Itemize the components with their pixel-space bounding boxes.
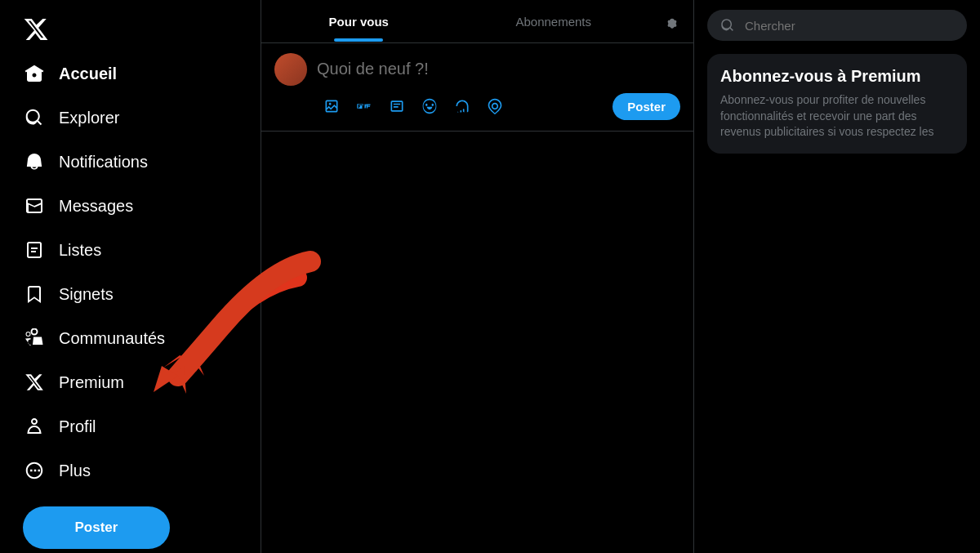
- compose-area: Poster: [261, 43, 693, 132]
- sidebar-item-listes[interactable]: Listes: [13, 229, 247, 271]
- bell-icon: [23, 150, 46, 173]
- compose-poll-button[interactable]: [382, 91, 412, 121]
- compose-post-button[interactable]: Poster: [612, 93, 680, 120]
- sidebar-item-signets[interactable]: Signets: [13, 273, 247, 315]
- tab-settings-button[interactable]: [651, 0, 693, 42]
- sidebar-item-profil[interactable]: Profil: [13, 405, 247, 448]
- search-input[interactable]: [745, 19, 954, 33]
- compose-toolbar: Poster: [317, 91, 680, 121]
- location-icon: [487, 98, 503, 114]
- more-circle-icon: [23, 459, 46, 482]
- compose-input[interactable]: [317, 53, 680, 85]
- search-bar[interactable]: [707, 10, 967, 41]
- tab-pour-vous[interactable]: Pour vous: [261, 2, 457, 42]
- bookmark-icon: [23, 283, 46, 305]
- sidebar-item-label-messages: Messages: [59, 197, 133, 216]
- media-icon: [454, 98, 470, 114]
- sidebar-item-premium[interactable]: Premium: [13, 361, 247, 404]
- main-content: Pour vous Abonnements: [261, 0, 694, 553]
- premium-x-icon: [23, 371, 46, 394]
- tabs-header: Pour vous Abonnements: [261, 0, 693, 43]
- gif-icon: [356, 98, 372, 114]
- sidebar-item-label-plus: Plus: [59, 462, 91, 480]
- sidebar-item-notifications[interactable]: Notifications: [13, 140, 247, 183]
- premium-card-title: Abonnez-vous à Premium: [720, 67, 954, 86]
- sidebar-item-messages[interactable]: Messages: [13, 185, 247, 227]
- image-icon: [323, 98, 340, 114]
- sidebar-item-plus[interactable]: Plus: [13, 449, 247, 492]
- sidebar-item-label-accueil: Accueil: [59, 65, 117, 83]
- premium-card: Abonnez-vous à Premium Abonnez-vous pour…: [707, 54, 967, 154]
- premium-card-description: Abonnez-vous pour profiter de nouvelles …: [720, 92, 954, 140]
- sidebar-item-label-signets: Signets: [59, 285, 114, 304]
- compose-right: Poster: [317, 53, 680, 121]
- sidebar: Accueil Explorer Notifications Messages …: [0, 0, 261, 553]
- tab-abonnements[interactable]: Abonnements: [457, 2, 652, 42]
- sidebar-item-accueil[interactable]: Accueil: [13, 52, 247, 95]
- mail-icon: [23, 194, 46, 217]
- compose-emoji-button[interactable]: [415, 91, 444, 121]
- compose-avatar: [274, 53, 307, 86]
- search-bar-icon: [720, 18, 735, 33]
- sidebar-item-explorer[interactable]: Explorer: [13, 96, 247, 139]
- emoji-icon: [421, 98, 438, 114]
- poll-icon: [389, 98, 405, 114]
- communities-icon: [23, 327, 46, 350]
- x-logo-icon: [23, 16, 49, 42]
- user-icon: [23, 415, 46, 438]
- compose-location-button[interactable]: [480, 91, 510, 121]
- poster-button[interactable]: Poster: [23, 506, 170, 549]
- sidebar-item-label-listes: Listes: [59, 241, 101, 260]
- sidebar-item-communautes[interactable]: Communautés: [13, 317, 247, 359]
- compose-media-button[interactable]: [448, 91, 477, 121]
- sidebar-item-label-notifications: Notifications: [59, 153, 148, 172]
- compose-image-button[interactable]: [317, 91, 346, 121]
- sidebar-item-label-premium: Premium: [59, 373, 124, 392]
- logo[interactable]: [13, 7, 247, 49]
- compose-gif-button[interactable]: [350, 91, 379, 121]
- sidebar-item-label-profil: Profil: [59, 417, 96, 436]
- sidebar-item-label-explorer: Explorer: [59, 109, 119, 127]
- search-icon: [23, 106, 46, 129]
- list-icon: [23, 239, 46, 261]
- right-sidebar: Abonnez-vous à Premium Abonnez-vous pour…: [694, 0, 980, 553]
- settings-gear-icon: [664, 13, 680, 29]
- sidebar-item-label-communautes: Communautés: [59, 329, 165, 348]
- home-icon: [23, 62, 46, 85]
